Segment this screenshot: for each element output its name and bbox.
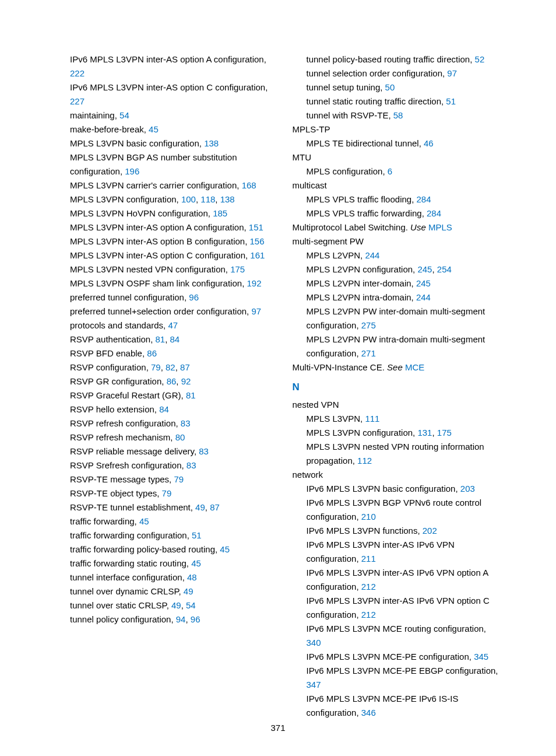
page-link[interactable]: 161 (250, 250, 265, 260)
page-link[interactable]: 50 (385, 82, 395, 92)
page-link[interactable]: 212 (361, 582, 376, 592)
index-entry: RSVP-TE tunnel establishment, 49, 87 (70, 501, 279, 514)
page-link[interactable]: 49 (195, 502, 205, 512)
page-link[interactable]: 80 (175, 432, 185, 442)
index-entry: IPv6 MPLS L3VPN inter-AS option A config… (70, 52, 279, 80)
page-link[interactable]: 346 (361, 708, 376, 718)
page-link[interactable]: 45 (149, 124, 159, 134)
index-entry: tunnel over dynamic CRLSP, 49 (70, 584, 279, 598)
page-link[interactable]: 45 (191, 558, 201, 568)
page-link[interactable]: 245 (416, 278, 431, 288)
index-entry: RSVP configuration, 79, 82, 87 (70, 360, 279, 374)
page-link[interactable]: 79 (162, 488, 172, 498)
page-link[interactable]: 111 (365, 414, 379, 424)
page-link[interactable]: 82 (166, 362, 175, 372)
page-link[interactable]: 131 (417, 428, 432, 438)
page-link[interactable]: 347 (307, 680, 321, 690)
page-link[interactable]: 284 (427, 208, 441, 218)
index-entry: preferred tunnel+selection order configu… (70, 304, 279, 318)
page-link[interactable]: 81 (155, 334, 165, 344)
index-text: tunnel static routing traffic direction, (307, 96, 446, 106)
page-link[interactable]: 84 (159, 404, 169, 414)
page-link[interactable]: 245 (417, 264, 432, 274)
page-link[interactable]: 210 (361, 512, 376, 522)
section-heading-n[interactable]: N (293, 380, 501, 394)
page-link[interactable]: 275 (361, 320, 376, 330)
page-link[interactable]: 87 (180, 362, 190, 372)
page-link[interactable]: 185 (213, 208, 227, 218)
index-text: RSVP refresh configuration, (70, 418, 181, 428)
index-entry: MPLS L3VPN configuration, 100, 118, 138 (70, 192, 279, 206)
index-entry: IPv6 MPLS L3VPN MCE-PE EBGP configuratio… (293, 664, 501, 692)
page-link[interactable]: 118 (200, 194, 215, 204)
page-link[interactable]: 284 (417, 194, 431, 204)
page-link[interactable]: 203 (460, 484, 475, 494)
index-xref-link[interactable]: MCE (405, 362, 424, 372)
page-link[interactable]: 192 (247, 278, 261, 288)
page-link[interactable]: 138 (220, 194, 235, 204)
page-link[interactable]: 175 (230, 264, 245, 274)
page-link[interactable]: 151 (249, 222, 263, 232)
page-link[interactable]: 202 (423, 526, 437, 536)
page-link[interactable]: 83 (199, 446, 209, 456)
index-text: tunnel over static CRLSP, (70, 600, 171, 610)
page-link[interactable]: 54 (186, 600, 196, 610)
page-link[interactable]: 48 (187, 572, 197, 582)
page-link[interactable]: 58 (393, 110, 403, 120)
page-link[interactable]: 52 (475, 54, 485, 64)
page-link[interactable]: 340 (307, 638, 321, 648)
page-link[interactable]: 79 (151, 362, 161, 372)
page-link[interactable]: 254 (437, 264, 452, 274)
page-link[interactable]: 211 (361, 554, 376, 564)
index-entry: tunnel setup tuning, 50 (293, 80, 501, 94)
page-link[interactable]: 100 (181, 194, 196, 204)
page-link[interactable]: 83 (186, 460, 196, 470)
page-link[interactable]: 244 (365, 250, 379, 260)
index-entry: MPLS L3VPN BGP AS number substitution co… (70, 150, 279, 178)
page-link[interactable]: 49 (171, 600, 181, 610)
page-link[interactable]: 156 (250, 236, 265, 246)
page-link[interactable]: 271 (361, 348, 376, 358)
page-link[interactable]: 87 (210, 502, 220, 512)
page-link[interactable]: 196 (125, 166, 139, 176)
page-link[interactable]: 46 (424, 138, 434, 148)
page-link[interactable]: 45 (220, 544, 230, 554)
page-link[interactable]: 138 (204, 138, 219, 148)
index-entry: protocols and standards, 47 (70, 318, 279, 332)
index-text: IPv6 MPLS L3VPN MCE-PE configuration, (307, 652, 474, 662)
page-link[interactable]: 45 (139, 516, 149, 526)
page-link[interactable]: 6 (388, 166, 392, 176)
page-link[interactable]: 79 (174, 474, 184, 484)
page-link[interactable]: 83 (181, 418, 191, 428)
page-link[interactable]: 97 (251, 306, 261, 316)
page-link[interactable]: 227 (70, 96, 85, 106)
page-link[interactable]: 94 (176, 614, 186, 624)
page-link[interactable]: 86 (147, 348, 157, 358)
index-xref-link[interactable]: MPLS (428, 222, 452, 232)
index-text: preferred tunnel configuration, (70, 292, 189, 302)
separator: , (161, 362, 166, 372)
page-link[interactable]: 345 (474, 652, 488, 662)
page-link[interactable]: 96 (191, 614, 200, 624)
page-link[interactable]: 112 (357, 456, 372, 466)
page-link[interactable]: 54 (119, 110, 129, 120)
page-link[interactable]: 222 (70, 68, 85, 78)
page-link[interactable]: 168 (242, 180, 256, 190)
page-link[interactable]: 97 (447, 68, 457, 78)
index-entry: MPLS L3VPN inter-AS option C configurati… (70, 249, 279, 262)
index-entry: MPLS L2VPN inter-domain, 245 (293, 276, 501, 290)
page-link[interactable]: 92 (181, 376, 191, 386)
page-link[interactable]: 81 (186, 390, 196, 400)
page-link[interactable]: 212 (361, 610, 376, 620)
page-link[interactable]: 49 (184, 586, 193, 596)
page-link[interactable]: 51 (192, 530, 202, 540)
page-link[interactable]: 51 (446, 96, 456, 106)
page-link[interactable]: 86 (167, 376, 177, 386)
index-entry: traffic forwarding, 45 (70, 514, 279, 528)
page-link[interactable]: 47 (168, 320, 178, 330)
page-link[interactable]: 244 (416, 292, 431, 302)
page-link[interactable]: 175 (437, 428, 452, 438)
page-link[interactable]: 96 (189, 292, 199, 302)
index-text: tunnel interface configuration, (70, 572, 187, 582)
page-link[interactable]: 84 (170, 334, 180, 344)
